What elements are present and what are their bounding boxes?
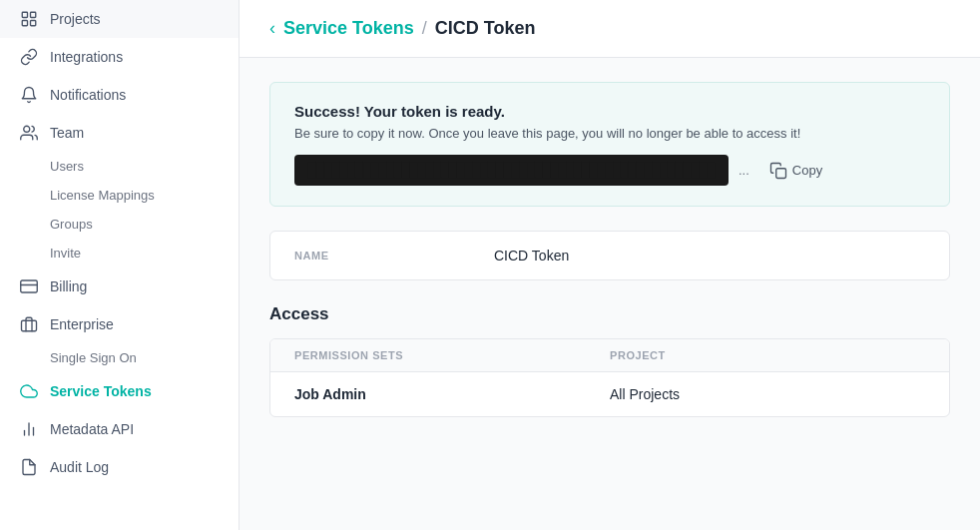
permission-sets-cell: Job Admin bbox=[294, 386, 610, 402]
users-icon bbox=[20, 124, 38, 142]
sidebar-item-integrations[interactable]: Integrations bbox=[0, 38, 239, 76]
token-value-box[interactable]: ████████████████████████████████████████… bbox=[294, 155, 729, 186]
page-title: CICD Token bbox=[435, 18, 536, 39]
svg-rect-3 bbox=[31, 21, 36, 26]
token-row: ████████████████████████████████████████… bbox=[294, 155, 925, 186]
sidebar-item-team-label: Team bbox=[50, 125, 84, 141]
sidebar-item-notifications[interactable]: Notifications bbox=[0, 76, 239, 114]
access-table: PERMISSION SETS PROJECT Job Admin All Pr… bbox=[269, 338, 950, 417]
token-hidden-text: ████████████████████████████████████████… bbox=[308, 163, 715, 178]
page-header: ‹ Service Tokens / CICD Token bbox=[240, 0, 980, 58]
credit-card-icon bbox=[20, 277, 38, 295]
table-row: Job Admin All Projects bbox=[270, 372, 949, 416]
permission-sets-header: PERMISSION SETS bbox=[294, 349, 610, 361]
copy-button-label: Copy bbox=[792, 163, 822, 178]
briefcase-icon bbox=[20, 315, 38, 333]
svg-rect-5 bbox=[21, 280, 38, 292]
svg-rect-0 bbox=[22, 12, 27, 17]
sidebar-item-audit-log-label: Audit Log bbox=[50, 459, 109, 475]
info-name-row: NAME CICD Token bbox=[270, 232, 949, 279]
success-title: Success! Your token is ready. bbox=[294, 103, 925, 120]
sidebar-item-projects[interactable]: Projects bbox=[0, 0, 239, 38]
page-content: Success! Your token is ready. Be sure to… bbox=[240, 58, 980, 530]
sidebar-item-service-tokens[interactable]: Service Tokens bbox=[0, 372, 239, 410]
sidebar-item-integrations-label: Integrations bbox=[50, 49, 123, 65]
sidebar-sub-license-mappings[interactable]: License Mappings bbox=[0, 181, 239, 210]
info-section: NAME CICD Token bbox=[269, 231, 950, 280]
sidebar-sub-invite[interactable]: Invite bbox=[0, 239, 239, 267]
sidebar-sub-groups[interactable]: Groups bbox=[0, 210, 239, 239]
svg-rect-1 bbox=[31, 12, 36, 17]
cloud-icon bbox=[20, 382, 38, 400]
sidebar-sub-users[interactable]: Users bbox=[0, 152, 239, 181]
sidebar-item-notifications-label: Notifications bbox=[50, 87, 126, 103]
sidebar: Projects Integrations Notifications Team… bbox=[0, 0, 240, 530]
sidebar-item-billing[interactable]: Billing bbox=[0, 267, 239, 305]
sidebar-item-projects-label: Projects bbox=[50, 11, 101, 27]
sidebar-item-enterprise-label: Enterprise bbox=[50, 316, 114, 332]
token-ellipsis: ... bbox=[738, 163, 749, 178]
sidebar-item-team[interactable]: Team bbox=[0, 114, 239, 152]
sidebar-item-billing-label: Billing bbox=[50, 278, 87, 294]
grid-icon bbox=[20, 10, 38, 28]
sidebar-item-enterprise[interactable]: Enterprise bbox=[0, 305, 239, 343]
breadcrumb-separator: / bbox=[422, 18, 427, 39]
project-header: PROJECT bbox=[610, 349, 925, 361]
name-label: NAME bbox=[294, 250, 494, 262]
access-section-title: Access bbox=[269, 304, 950, 324]
copy-icon bbox=[769, 162, 787, 180]
name-value: CICD Token bbox=[494, 248, 569, 264]
bell-icon bbox=[20, 86, 38, 104]
svg-rect-2 bbox=[22, 21, 27, 26]
copy-token-button[interactable]: Copy bbox=[759, 156, 832, 186]
breadcrumb-back-icon: ‹ bbox=[269, 18, 275, 39]
success-subtitle: Be sure to copy it now. Once you leave t… bbox=[294, 126, 925, 141]
link-icon bbox=[20, 48, 38, 66]
file-icon bbox=[20, 458, 38, 476]
sidebar-item-metadata-api[interactable]: Metadata API bbox=[0, 410, 239, 448]
success-banner: Success! Your token is ready. Be sure to… bbox=[269, 82, 950, 207]
sidebar-item-metadata-api-label: Metadata API bbox=[50, 421, 134, 437]
breadcrumb-parent-link[interactable]: Service Tokens bbox=[283, 18, 414, 39]
sidebar-item-service-tokens-label: Service Tokens bbox=[50, 383, 152, 399]
main-content: ‹ Service Tokens / CICD Token Success! Y… bbox=[240, 0, 980, 530]
table-header-row: PERMISSION SETS PROJECT bbox=[270, 339, 949, 372]
svg-point-4 bbox=[24, 126, 30, 132]
project-cell: All Projects bbox=[610, 386, 925, 402]
bar-chart-icon bbox=[20, 420, 38, 438]
sidebar-sub-sso[interactable]: Single Sign On bbox=[0, 343, 239, 372]
svg-rect-11 bbox=[776, 168, 786, 178]
svg-rect-7 bbox=[22, 320, 37, 331]
sidebar-item-audit-log[interactable]: Audit Log bbox=[0, 448, 239, 486]
